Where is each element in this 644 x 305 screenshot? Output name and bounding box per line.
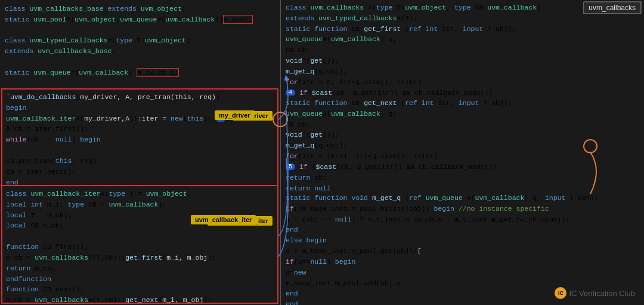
- my-driver-badge-abs: my_driver: [215, 110, 255, 120]
- left-panel: class uvm_callbacks_base extends uvm_obj…: [0, 0, 280, 305]
- watermark-icon: IC: [555, 287, 566, 299]
- top-left-code: class uvm_callbacks_base extends uvm_obj…: [1, 1, 278, 81]
- watermark: IC IC Verification Club: [555, 287, 635, 299]
- uvm-callback-iter-badge-abs: uvm_callback_iter: [191, 215, 256, 224]
- uvm-callbacks-top-label: uvm_callbacks: [583, 2, 641, 14]
- bot-left-box: class uvm_callback_iter#(type T = uvm_ob…: [1, 185, 278, 304]
- main-container: class uvm_callbacks_base extends uvm_obj…: [0, 0, 644, 305]
- right-panel: uvm_callbacks class uvm_callbacks #(type…: [280, 0, 644, 305]
